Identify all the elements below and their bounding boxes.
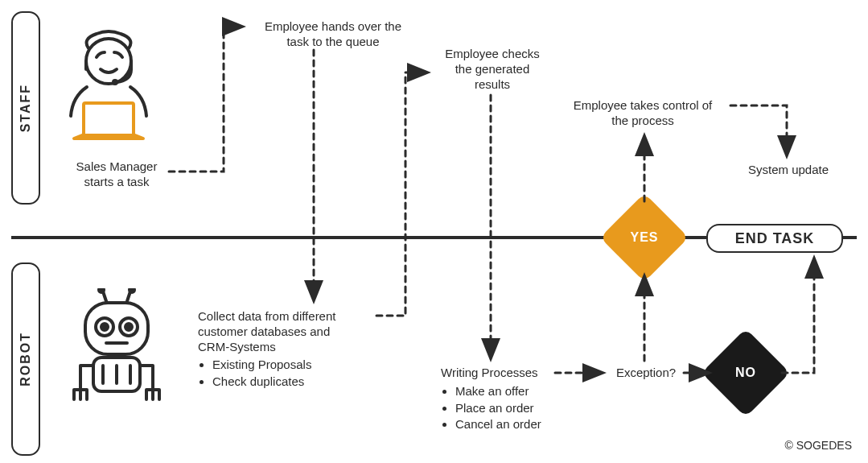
- copyright: © SOGEDES: [785, 439, 852, 452]
- flow-arrows: [0, 0, 868, 463]
